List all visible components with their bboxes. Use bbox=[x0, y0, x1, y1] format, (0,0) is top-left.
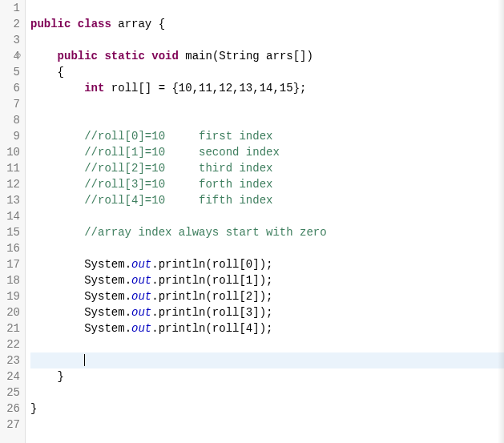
line-number: 8 bbox=[0, 112, 20, 128]
code-line: System.out.println(roll[0]); bbox=[30, 256, 504, 272]
keyword: class bbox=[78, 18, 111, 30]
comment: //roll[0]=10 first index bbox=[30, 130, 272, 143]
line-number: 11 bbox=[0, 160, 20, 176]
code-line: System.out.println(roll[3]); bbox=[30, 304, 504, 320]
code-line: //roll[3]=10 forth index bbox=[30, 176, 504, 192]
code-line: System.out.println(roll[1]); bbox=[30, 272, 504, 288]
keyword: void bbox=[151, 50, 179, 62]
keyword: int bbox=[84, 82, 104, 95]
comment: //array index always start with zero bbox=[30, 226, 327, 239]
keyword: static bbox=[104, 50, 144, 62]
line-number: 16 bbox=[0, 240, 20, 256]
comment: //roll[3]=10 forth index bbox=[30, 178, 272, 191]
keyword: public bbox=[58, 50, 98, 62]
line-number: 10 bbox=[0, 144, 20, 160]
line-number: 18 bbox=[0, 272, 20, 288]
line-number: 24 bbox=[0, 368, 20, 385]
line-number: 19 bbox=[0, 288, 20, 304]
code-line: //array index always start with zero bbox=[30, 224, 504, 240]
code-line: System.out.println(roll[4]); bbox=[30, 320, 504, 336]
line-number: 9 bbox=[0, 128, 20, 144]
code-line bbox=[30, 0, 504, 16]
code-line: //roll[2]=10 third index bbox=[30, 160, 504, 176]
line-number: 6 bbox=[0, 80, 20, 96]
code-line: //roll[0]=10 first index bbox=[30, 128, 504, 144]
code-line: //roll[4]=10 fifth index bbox=[30, 192, 504, 208]
class-name: array bbox=[118, 18, 151, 30]
line-number: 21 bbox=[0, 320, 20, 336]
line-number: 3 bbox=[0, 32, 20, 48]
code-line: System.out.println(roll[2]); bbox=[30, 288, 504, 304]
line-number: 25 bbox=[0, 385, 20, 401]
code-line: } bbox=[30, 401, 504, 417]
code-line bbox=[30, 417, 504, 433]
line-number: 2 bbox=[0, 16, 20, 32]
line-number: 13 bbox=[0, 192, 20, 208]
code-line: //roll[1]=10 second index bbox=[30, 144, 504, 160]
keyword: public bbox=[30, 18, 71, 30]
code-line: public class array { bbox=[30, 16, 504, 32]
line-number: 1 bbox=[0, 0, 20, 16]
comment: //roll[1]=10 second index bbox=[30, 146, 280, 159]
code-line: int roll[] = {10,11,12,13,14,15}; bbox=[30, 80, 504, 96]
code-line bbox=[30, 96, 504, 112]
static-field: out bbox=[131, 258, 151, 271]
code-line: public static void main(String arrs[]) bbox=[30, 48, 504, 64]
line-number: 5 bbox=[0, 64, 20, 80]
override-marker-icon: ⊖ bbox=[16, 48, 21, 64]
line-number: 12 bbox=[0, 176, 20, 192]
code-line bbox=[30, 336, 504, 352]
code-editor[interactable]: public class array { public static void … bbox=[26, 0, 504, 443]
code-line bbox=[30, 208, 504, 224]
line-number: 23 bbox=[0, 352, 20, 368]
comment: //roll[2]=10 third index bbox=[30, 162, 272, 175]
static-field: out bbox=[131, 306, 151, 319]
code-line: { bbox=[30, 64, 504, 80]
code-line-current bbox=[30, 352, 504, 368]
code-line bbox=[30, 32, 504, 48]
code-line bbox=[30, 385, 504, 401]
line-number: 14 bbox=[0, 208, 20, 224]
line-number: 26 bbox=[0, 401, 20, 417]
code-line bbox=[30, 112, 504, 128]
line-number: 4⊖ bbox=[0, 48, 20, 64]
code-line bbox=[30, 240, 504, 256]
comment: //roll[4]=10 fifth index bbox=[30, 194, 272, 207]
static-field: out bbox=[131, 322, 151, 335]
line-number: 22 bbox=[0, 336, 20, 352]
line-number-gutter: 1234⊖56789101112131415161718192021222324… bbox=[0, 0, 26, 443]
line-number: 27 bbox=[0, 417, 20, 433]
line-number: 15 bbox=[0, 224, 20, 240]
code-line: } bbox=[30, 368, 504, 385]
static-field: out bbox=[131, 274, 151, 287]
static-field: out bbox=[131, 290, 151, 303]
text-cursor bbox=[84, 354, 85, 366]
line-number: 17 bbox=[0, 256, 20, 272]
line-number: 7 bbox=[0, 96, 20, 112]
line-number: 20 bbox=[0, 304, 20, 320]
